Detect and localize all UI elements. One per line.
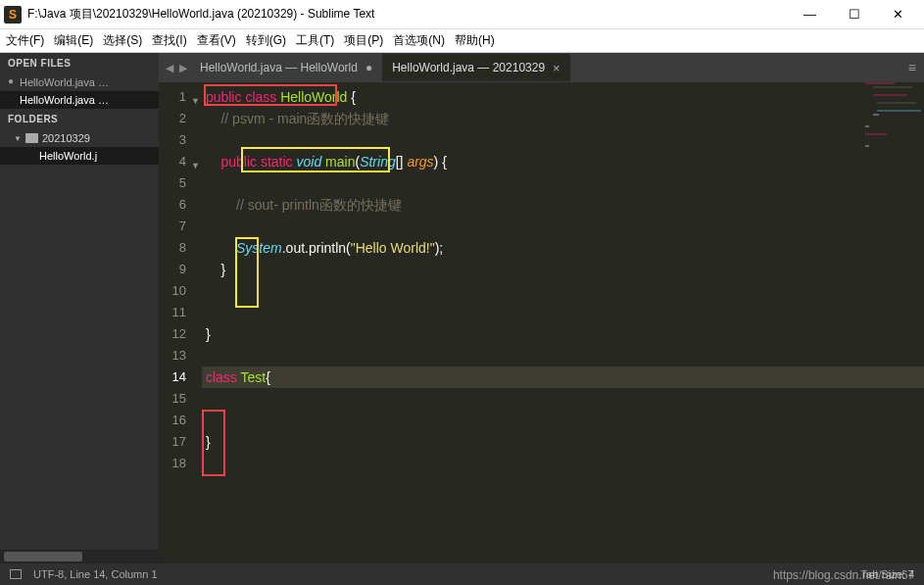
folder-name: 20210329 bbox=[42, 132, 90, 144]
code-line: } bbox=[202, 431, 924, 453]
line-number: 10 bbox=[159, 280, 202, 302]
code-area[interactable]: 1▼ 2 3 4▼ 5 6 7 8 9 10 11 12 13 14 15 16… bbox=[159, 82, 924, 563]
line-number: 6 bbox=[159, 194, 202, 216]
open-files-title: OPEN FILES bbox=[0, 53, 159, 73]
maximize-button[interactable]: ☐ bbox=[832, 1, 876, 28]
tab-menu-icon[interactable]: ≡ bbox=[908, 60, 916, 75]
menu-edit[interactable]: 编辑(E) bbox=[54, 32, 93, 49]
line-number: 9 bbox=[159, 259, 202, 280]
open-file-item[interactable]: HelloWorld.java … bbox=[0, 91, 159, 109]
sidebar: OPEN FILES HelloWorld.java … HelloWorld.… bbox=[0, 53, 159, 563]
editor: ◀ ▶ HelloWorld.java — HelloWorld ● Hello… bbox=[159, 53, 924, 563]
minimap[interactable] bbox=[865, 82, 924, 278]
code-line bbox=[202, 129, 924, 151]
tab-dirty-icon: ● bbox=[365, 61, 372, 74]
menu-bar: 文件(F) 编辑(E) 选择(S) 查找(I) 查看(V) 转到(G) 工具(T… bbox=[0, 29, 924, 53]
chevron-down-icon: ▼ bbox=[14, 134, 22, 143]
line-number: 4▼ bbox=[159, 151, 202, 172]
code-line bbox=[202, 302, 924, 323]
title-bar: S F:\Java 项目\20210329\HelloWorld.java (2… bbox=[0, 0, 924, 29]
line-number: 17 bbox=[159, 431, 202, 453]
tab-inactive[interactable]: HelloWorld.java — HelloWorld ● bbox=[190, 54, 382, 81]
line-number: 1▼ bbox=[159, 86, 202, 108]
code-line bbox=[202, 410, 924, 431]
line-number: 14 bbox=[159, 366, 202, 388]
open-file-label: HelloWorld.java … bbox=[20, 76, 109, 88]
main-row: OPEN FILES HelloWorld.java … HelloWorld.… bbox=[0, 53, 924, 563]
line-number: 3 bbox=[159, 129, 202, 151]
folder-icon bbox=[25, 133, 38, 143]
line-number: 13 bbox=[159, 345, 202, 366]
tab-active[interactable]: HelloWorld.java — 20210329 × bbox=[382, 54, 569, 81]
status-left[interactable]: UTF-8, Line 14, Column 1 bbox=[33, 568, 158, 580]
line-number: 7 bbox=[159, 216, 202, 237]
tab-close-icon[interactable]: × bbox=[553, 61, 560, 75]
menu-tools[interactable]: 工具(T) bbox=[296, 32, 334, 49]
menu-view[interactable]: 查看(V) bbox=[197, 32, 236, 49]
code-line: // sout- println函数的快捷键 bbox=[202, 194, 924, 216]
file-row[interactable]: HelloWorld.j bbox=[0, 147, 159, 165]
line-number: 15 bbox=[159, 388, 202, 410]
close-button[interactable]: ✕ bbox=[876, 1, 920, 28]
code-lines[interactable]: public class HelloWorld { // psvm - main… bbox=[202, 82, 924, 563]
code-line: public static void main(String[] args) { bbox=[202, 151, 924, 172]
window-controls: — ☐ ✕ bbox=[788, 1, 920, 28]
app-icon: S bbox=[4, 6, 22, 24]
sidebar-scrollbar[interactable] bbox=[0, 550, 159, 563]
line-number: 12 bbox=[159, 323, 202, 345]
status-right[interactable]: Tab Size: 4 bbox=[861, 568, 914, 580]
tab-label: HelloWorld.java — HelloWorld bbox=[200, 61, 358, 74]
line-number: 8 bbox=[159, 237, 202, 259]
menu-file[interactable]: 文件(F) bbox=[6, 32, 44, 49]
code-line bbox=[202, 216, 924, 237]
menu-select[interactable]: 选择(S) bbox=[103, 32, 142, 49]
line-number: 16 bbox=[159, 410, 202, 431]
menu-project[interactable]: 项目(P) bbox=[344, 32, 383, 49]
gutter: 1▼ 2 3 4▼ 5 6 7 8 9 10 11 12 13 14 15 16… bbox=[159, 82, 202, 563]
folder-row[interactable]: ▼ 20210329 bbox=[0, 129, 159, 147]
folders-title: FOLDERS bbox=[0, 109, 159, 129]
code-line bbox=[202, 280, 924, 302]
code-line bbox=[202, 172, 924, 194]
minimize-button[interactable]: — bbox=[788, 1, 832, 28]
tab-label: HelloWorld.java — 20210329 bbox=[392, 61, 545, 74]
open-file-item[interactable]: HelloWorld.java … bbox=[0, 73, 159, 91]
code-line: class Test{ bbox=[202, 366, 924, 388]
tab-next-icon[interactable]: ▶ bbox=[176, 62, 190, 74]
code-line: } bbox=[202, 259, 924, 280]
code-line bbox=[202, 388, 924, 410]
code-line: public class HelloWorld { bbox=[202, 86, 924, 108]
open-file-label: HelloWorld.java … bbox=[20, 94, 109, 106]
status-icon[interactable] bbox=[10, 569, 22, 579]
window-title: F:\Java 项目\20210329\HelloWorld.java (202… bbox=[27, 6, 788, 23]
tab-bar: ◀ ▶ HelloWorld.java — HelloWorld ● Hello… bbox=[159, 53, 924, 82]
menu-find[interactable]: 查找(I) bbox=[152, 32, 186, 49]
line-number: 2 bbox=[159, 108, 202, 129]
code-line bbox=[202, 453, 924, 474]
code-line: System.out.println("Hello World!"); bbox=[202, 237, 924, 259]
menu-goto[interactable]: 转到(G) bbox=[246, 32, 286, 49]
menu-prefs[interactable]: 首选项(N) bbox=[393, 32, 445, 49]
code-line: // psvm - main函数的快捷键 bbox=[202, 108, 924, 129]
line-number: 5 bbox=[159, 172, 202, 194]
line-number: 18 bbox=[159, 453, 202, 474]
code-line: } bbox=[202, 323, 924, 345]
file-name: HelloWorld.j bbox=[39, 150, 97, 162]
menu-help[interactable]: 帮助(H) bbox=[455, 32, 495, 49]
code-line bbox=[202, 345, 924, 366]
status-bar: UTF-8, Line 14, Column 1 Tab Size: 4 bbox=[0, 563, 924, 585]
scrollbar-thumb[interactable] bbox=[4, 552, 82, 561]
tab-prev-icon[interactable]: ◀ bbox=[163, 62, 176, 74]
line-number: 11 bbox=[159, 302, 202, 323]
